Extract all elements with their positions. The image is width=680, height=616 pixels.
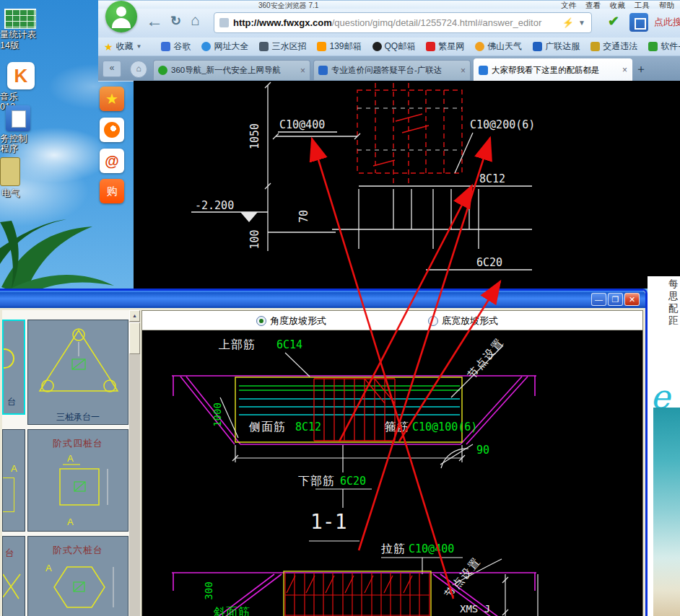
section-mark-a: A: [67, 516, 74, 527]
label-stirrup: 箍筋: [385, 420, 409, 435]
template-three-pile[interactable]: 三桩承台一: [27, 320, 128, 425]
label-dim-70: 70: [297, 208, 310, 224]
tab-nav-back-button[interactable]: «: [103, 61, 121, 77]
radio-angle-slope[interactable]: 角度放坡形式: [256, 314, 326, 327]
site-favicon: [201, 42, 211, 51]
site-favicon: [590, 42, 600, 51]
chevron-down-icon[interactable]: ▼: [578, 19, 585, 27]
close-button[interactable]: ✕: [624, 293, 640, 306]
section-mark-a: A: [45, 563, 52, 573]
tab-favicon: [158, 66, 167, 75]
label-8c12: 8C12: [479, 172, 505, 185]
scrollbar-thumb[interactable]: [129, 322, 140, 354]
value-stirrup: C10@100(6): [412, 421, 477, 434]
site-favicon: [372, 42, 382, 51]
search-prompt[interactable]: 点此搜: [654, 16, 680, 29]
section-mark-a: A: [67, 453, 74, 464]
tab-close-icon[interactable]: ×: [461, 66, 466, 76]
tab-close-icon[interactable]: ×: [300, 66, 305, 76]
bookmark-item[interactable]: 软件-234: [648, 40, 680, 53]
music-app-icon: K: [7, 62, 35, 89]
icon-label: 14版: [0, 40, 19, 52]
tab-close-icon[interactable]: ×: [622, 65, 627, 75]
tab-favicon: [479, 66, 488, 75]
desktop-icon-stats[interactable]: 量统计表 14版: [0, 9, 46, 53]
url-domain: http://www.fwxgx.com: [233, 17, 332, 28]
site-favicon: [259, 42, 269, 51]
user-avatar[interactable]: [105, 1, 137, 32]
template-scrollbar[interactable]: ▲: [129, 310, 140, 616]
home-button[interactable]: ⌂: [191, 12, 200, 29]
dialog-cad-drawing: 上部筋 6C14 侧面筋 8C12 箍筋 C10@100(6) 90 下部筋 6…: [142, 331, 642, 616]
value-tie-bar: C10@400: [409, 542, 454, 555]
page-favicon: [219, 18, 229, 27]
value-bottom-bar: 6C20: [340, 475, 366, 488]
section-mark: A: [11, 463, 17, 474]
label-dim-300: 300: [203, 575, 214, 607]
back-button[interactable]: ←: [146, 11, 163, 31]
value-angle: 90: [476, 444, 489, 457]
label-dim-1000: 1000: [212, 396, 223, 434]
template-six-pile-step[interactable]: 阶式六桩台 A: [27, 536, 128, 616]
dialog-titlebar[interactable]: — ❐ ✕: [0, 291, 645, 308]
webpage-text-strip: 每 思 配 距 e: [648, 276, 680, 616]
url-path: /question/gimq/detail/1255724.html#answe…: [332, 17, 542, 28]
site-favicon: [426, 42, 435, 51]
tab-home-button[interactable]: ⌂: [130, 61, 147, 78]
screenshot-tool-button[interactable]: [629, 13, 648, 32]
radio-selected-icon: [256, 316, 266, 326]
electric-app-icon: [0, 157, 20, 186]
bookmark-item[interactable]: 网址大全: [201, 40, 248, 53]
icon-label: 程序: [0, 143, 18, 155]
bookmark-item[interactable]: 三水区招: [259, 40, 306, 53]
hex-fragment: [3, 537, 25, 616]
template-four-pile-step[interactable]: 阶式四桩台 A A: [27, 429, 128, 532]
bookmark-item[interactable]: QQ邮箱: [372, 40, 416, 53]
radio-width-slope[interactable]: 底宽放坡形式: [428, 314, 498, 327]
maximize-button[interactable]: ❐: [608, 293, 623, 306]
bookmark-item[interactable]: 繁星网: [426, 40, 464, 53]
label-dim-100: 100: [248, 229, 261, 250]
bookmark-item[interactable]: 佛山天气: [475, 40, 522, 53]
label-bottom-bar: 下部筋: [298, 474, 335, 489]
favorites-menu[interactable]: ★ 收藏 ▼: [104, 40, 141, 53]
tab-rebar-question[interactable]: 大家帮我看下这里的配筋都是 ×: [474, 58, 632, 81]
template-partial-bottom[interactable]: 台: [2, 536, 25, 616]
template-label: 三桩承台一: [28, 411, 128, 423]
template-title: 阶式六桩台: [28, 544, 128, 557]
refresh-button[interactable]: ↻: [170, 13, 181, 29]
security-check-icon[interactable]: ✔: [608, 13, 619, 30]
site-favicon: [475, 42, 484, 51]
bookmark-item[interactable]: 139邮箱: [317, 40, 361, 53]
site-favicon: [161, 42, 170, 51]
desktop-icon-service[interactable]: 务控制 程序: [0, 105, 46, 156]
bookmark-item[interactable]: 交通违法: [590, 40, 637, 53]
bookmarks-bar: ★ 收藏 ▼ 谷歌 网址大全 三水区招 139邮箱 QQ邮箱 繁星网 佛山天气 …: [98, 38, 680, 56]
scroll-up-button[interactable]: ▲: [129, 310, 140, 322]
new-tab-button[interactable]: ＋: [635, 62, 647, 77]
site-favicon: [317, 42, 326, 51]
template-partial-mid[interactable]: A: [2, 429, 25, 532]
label-6c20: 6C20: [476, 256, 502, 269]
address-bar[interactable]: http://www.fwxgx.com /question/gimq/deta…: [214, 12, 592, 33]
tab-qa-platform[interactable]: 专业造价问题答疑平台-广联达 ×: [313, 60, 471, 80]
label-top-bar: 上部筋: [219, 338, 256, 353]
three-pile-graphic: [28, 320, 128, 410]
desktop-icon-electric[interactable]: 电气: [0, 157, 36, 202]
page-text: 配: [668, 302, 679, 315]
minimize-button[interactable]: —: [591, 293, 606, 306]
dialog-cad-linework: [142, 331, 642, 616]
page-text: 每: [668, 278, 679, 291]
lightning-icon[interactable]: ⚡: [562, 17, 574, 28]
template-partial-selected[interactable]: 台: [2, 320, 25, 415]
value-side-bar: 8C12: [295, 421, 321, 434]
four-pile-graphic: A A: [28, 450, 128, 531]
label-slope-bar: 斜面筋: [214, 605, 250, 616]
bookmark-item[interactable]: 广联达服: [533, 40, 580, 53]
tab-360-nav[interactable]: 360导航_新一代安全上网导航 ×: [153, 60, 310, 80]
label-side-bar: 侧面筋: [249, 420, 286, 435]
tab-bar: « ⌂ 360导航_新一代安全上网导航 × 专业造价问题答疑平台-广联达 × 大…: [98, 56, 680, 82]
bookmark-item[interactable]: 谷歌: [161, 40, 191, 53]
tab-favicon: [318, 66, 328, 75]
spreadsheet-icon: [4, 9, 36, 29]
